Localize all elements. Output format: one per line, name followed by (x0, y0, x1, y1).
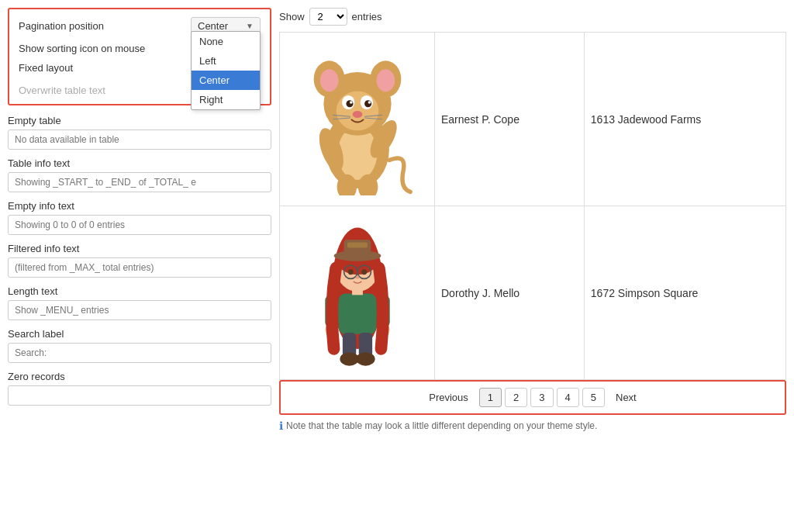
dorothy-image (303, 214, 412, 369)
svg-point-33 (355, 276, 359, 278)
entries-label: entries (352, 11, 382, 22)
filtered-info-group: Filtered info text (8, 243, 271, 278)
table-info-group: Table info text (8, 157, 271, 192)
length-text-label: Length text (8, 285, 271, 297)
note-area: ℹ Note that the table may look a little … (279, 420, 786, 432)
right-panel: Show 2 5 10 entries (279, 8, 786, 524)
page-3-button[interactable]: 3 (530, 388, 553, 407)
page-1-button[interactable]: 1 (479, 388, 502, 407)
data-table: Earnest P. Cope 1613 Jadewood Farms (279, 32, 786, 380)
svg-point-13 (368, 101, 371, 104)
search-label-input[interactable] (8, 343, 271, 363)
page-2-button[interactable]: 2 (505, 388, 527, 407)
svg-point-10 (346, 100, 353, 107)
search-label-label: Search label (8, 328, 271, 340)
svg-rect-35 (343, 240, 371, 257)
zero-records-label: Zero records (8, 371, 271, 382)
page-4-button[interactable]: 4 (557, 388, 579, 407)
page-5-button[interactable]: 5 (582, 388, 605, 407)
form-fields: Empty table Table info text Empty info t… (8, 115, 271, 406)
svg-point-32 (361, 269, 367, 275)
search-label-group: Search label (8, 328, 271, 363)
dropdown-option-none[interactable]: None (192, 32, 260, 51)
svg-point-7 (376, 69, 395, 92)
table-row: Dorothy J. Mello 1672 Simpson Square (280, 206, 786, 380)
svg-rect-36 (347, 243, 367, 248)
show-bar: Show 2 5 10 entries (279, 8, 786, 26)
name-cell-2: Dorothy J. Mello (435, 206, 585, 380)
name-cell-1: Earnest P. Cope (435, 33, 585, 206)
dropdown-option-center[interactable]: Center (192, 71, 260, 90)
svg-point-5 (319, 69, 338, 92)
filtered-info-label: Filtered info text (8, 243, 271, 254)
pagination-area: Previous 1 2 3 4 5 Next (279, 380, 786, 415)
svg-point-12 (350, 101, 353, 104)
show-label: Show (279, 11, 305, 22)
length-text-input[interactable] (8, 300, 271, 320)
sorting-icon-label: Show sorting icon on mouse (19, 43, 145, 54)
svg-point-43 (340, 352, 358, 365)
dropdown-menu: None Left Center Right (191, 31, 261, 110)
empty-table-label: Empty table (8, 115, 271, 126)
filtered-info-input[interactable] (8, 257, 271, 278)
note-text: Note that the table may look a little di… (286, 420, 597, 431)
empty-table-group: Empty table (8, 115, 271, 150)
empty-info-input[interactable] (8, 215, 271, 235)
svg-point-11 (364, 100, 371, 107)
table-row: Earnest P. Cope 1613 Jadewood Farms (280, 33, 786, 206)
svg-point-44 (356, 352, 375, 365)
empty-info-label: Empty info text (8, 200, 271, 212)
empty-table-input[interactable] (8, 130, 271, 150)
zero-records-group: Zero records (8, 371, 271, 406)
image-cell-2 (280, 206, 435, 380)
dropdown-option-left[interactable]: Left (192, 51, 260, 71)
next-button[interactable]: Next (608, 389, 644, 406)
fixed-layout-label: Fixed layout (19, 62, 73, 74)
address-cell-2: 1672 Simpson Square (584, 206, 785, 380)
info-icon: ℹ (279, 420, 283, 432)
jerry-image (292, 40, 423, 195)
entries-select[interactable]: 2 5 10 (309, 8, 347, 26)
table-info-input[interactable] (8, 172, 271, 192)
image-cell-1 (280, 33, 435, 206)
svg-rect-24 (338, 294, 376, 334)
svg-point-14 (352, 111, 362, 118)
zero-records-input[interactable] (8, 385, 271, 406)
address-cell-1: 1613 Jadewood Farms (584, 33, 785, 206)
previous-button[interactable]: Previous (421, 389, 476, 406)
table-info-label: Table info text (8, 157, 271, 169)
empty-info-group: Empty info text (8, 200, 271, 235)
pagination-position-label: Pagination position (19, 20, 104, 32)
settings-box: Pagination position Center ▼ None Left C… (8, 8, 271, 105)
dropdown-option-right[interactable]: Right (192, 90, 260, 109)
length-text-group: Length text (8, 285, 271, 320)
pagination-position-row: Pagination position Center ▼ None Left C… (19, 17, 261, 35)
dropdown-value: Center (198, 20, 228, 32)
left-panel: Pagination position Center ▼ None Left C… (8, 8, 271, 524)
svg-point-31 (347, 269, 353, 275)
dropdown-arrow-icon: ▼ (246, 22, 254, 30)
